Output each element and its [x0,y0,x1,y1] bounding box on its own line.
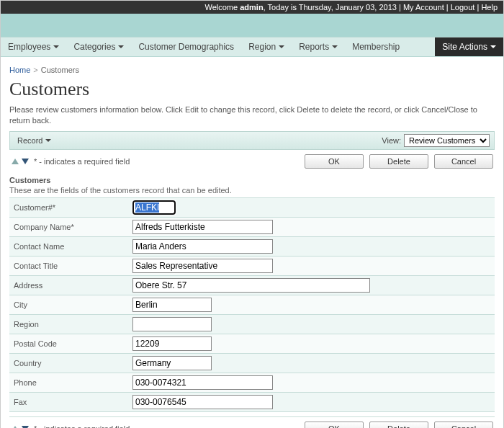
menu-reports[interactable]: Reports [292,37,345,56]
delete-button[interactable]: Delete [369,154,428,169]
label-fax: Fax [9,392,128,411]
menu-site-actions[interactable]: Site Actions [435,37,503,56]
row-contact-name: Contact Name [9,236,495,256]
label-company: Company Name* [9,217,128,236]
menu-employees[interactable]: Employees [1,37,66,56]
row-region: Region [9,314,495,334]
input-customer-id[interactable] [132,200,176,215]
row-contact-title: Contact Title [9,256,495,275]
row-phone: Phone [9,373,495,392]
ok-button[interactable]: OK [305,154,364,169]
breadcrumb-current: Customers [41,66,79,74]
main-menu: Employees Categories Customer Demographi… [1,37,503,57]
input-city[interactable] [132,298,212,312]
row-address: Address [9,275,495,295]
section-title: Customers [9,176,495,184]
chevron-down-icon [490,45,496,48]
row-customer-id: Customer#* [9,197,495,217]
label-contact-title: Contact Title [9,256,128,275]
view-select[interactable]: Review Customers [404,134,490,147]
label-contact-name: Contact Name [9,236,128,256]
banner [1,14,503,37]
row-city: City [9,295,495,314]
row-country: Country [9,353,495,373]
row-fax: Fax [9,392,495,411]
label-country: Country [9,353,128,373]
cancel-button[interactable]: Cancel [434,422,493,428]
section-desc: These are the fields of the customers re… [9,186,495,195]
top-bar: Welcome admin, Today is Thursday, Januar… [1,1,503,14]
menu-categories[interactable]: Categories [66,37,131,56]
chevron-down-icon [53,45,59,48]
menu-customer-demographics[interactable]: Customer Demographics [131,37,241,56]
instructions-text: Please review customers information belo… [9,104,495,127]
label-region: Region [9,314,128,334]
menu-membership[interactable]: Membership [345,37,407,56]
delete-button[interactable]: Delete [369,422,428,428]
cancel-button[interactable]: Cancel [434,154,493,169]
chevron-down-icon [279,45,284,48]
label-customer-id: Customer#* [9,197,128,217]
arrow-down-icon[interactable] [21,157,30,166]
input-address[interactable] [132,278,370,293]
chevron-down-icon [45,139,51,142]
view-label: View: [382,136,401,145]
help-link[interactable]: Help [481,3,498,12]
chevron-down-icon [332,45,338,48]
input-country[interactable] [132,356,212,370]
my-account-link[interactable]: My Account [403,3,444,12]
record-menu[interactable]: Record [14,135,54,146]
label-city: City [9,295,128,314]
input-contact-title[interactable] [132,259,273,273]
customer-form: Customer#* Company Name* Contact Name Co… [9,197,495,412]
row-company: Company Name* [9,217,495,236]
input-postal[interactable] [132,336,212,351]
arrow-up-icon[interactable] [11,157,19,166]
input-phone[interactable] [132,375,273,390]
label-address: Address [9,275,128,295]
input-company[interactable] [132,220,273,234]
arrow-up-icon[interactable] [11,424,19,428]
action-bar-bottom: * - indicates a required field OK Delete… [9,417,495,428]
welcome-text: Welcome admin, Today is Thursday, Januar… [205,3,397,12]
input-region[interactable] [132,317,212,331]
input-fax[interactable] [132,395,273,409]
page-title: Customers [9,79,495,100]
chevron-down-icon [118,45,124,48]
row-postal: Postal Code [9,334,495,353]
record-toolbar: Record View: Review Customers [9,131,495,150]
label-postal: Postal Code [9,334,128,353]
ok-button[interactable]: OK [305,422,364,428]
input-contact-name[interactable] [132,239,273,254]
required-note: * - indicates a required field [34,424,130,428]
menu-region[interactable]: Region [241,37,292,56]
arrow-down-icon[interactable] [21,424,30,428]
action-bar-top: * - indicates a required field OK Delete… [9,150,495,173]
logout-link[interactable]: Logout [451,3,475,12]
label-phone: Phone [9,373,128,392]
breadcrumb: Home>Customers [9,63,495,77]
breadcrumb-home[interactable]: Home [9,66,30,74]
required-note: * - indicates a required field [34,157,130,166]
